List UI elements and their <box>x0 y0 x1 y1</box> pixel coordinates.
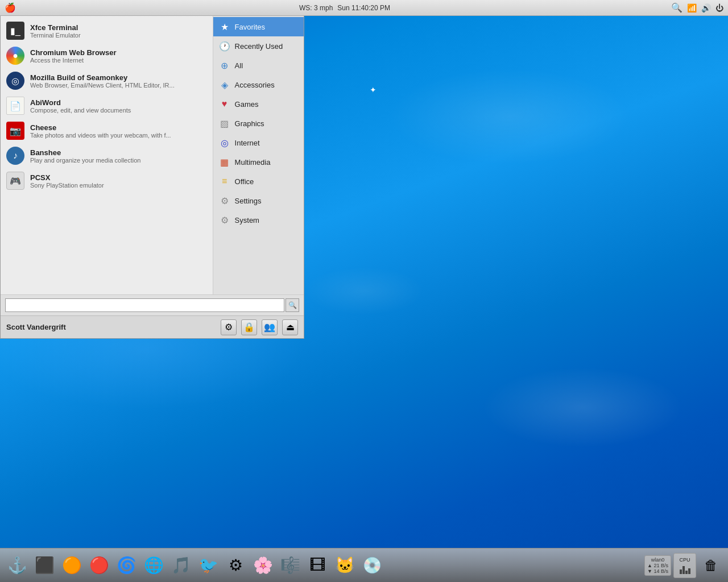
flower-app[interactable]: 🌸 <box>250 553 275 578</box>
taskbar-right: wlan0 ▲ 21 B/s ▼ 14 B/s CPU 🗑 <box>644 553 723 578</box>
menubar-right: 🔍 📶 🔊 ⏻ <box>671 2 728 13</box>
category-item-all[interactable]: ⊕ All <box>213 56 304 75</box>
app-icon-cheese: 📷 <box>6 122 24 140</box>
app-name: Banshee <box>30 148 207 157</box>
category-item-recently-used[interactable]: 🕐 Recently Used <box>213 36 304 56</box>
bird-app[interactable]: 🐦 <box>196 553 221 578</box>
app-icon-seamonkey: ◎ <box>6 72 24 90</box>
category-item-games[interactable]: ♥ Games <box>213 94 304 114</box>
weather-display: WS: 3 mph <box>299 4 333 12</box>
category-item-accessories[interactable]: ◈ Accessories <box>213 75 304 94</box>
app-icon-pcsx: 🎮 <box>6 172 24 190</box>
category-item-favorites[interactable]: ★ Favorites <box>213 17 304 36</box>
search-input[interactable] <box>5 298 284 312</box>
category-icon: ▨ <box>219 118 230 129</box>
datetime-display: Sun 11:40:20 PM <box>337 4 390 12</box>
category-label: All <box>235 61 243 70</box>
category-label: Recently Used <box>235 42 283 51</box>
category-label: Games <box>235 100 259 109</box>
app-icon-terminal: ▮_ <box>6 22 24 40</box>
menubar-center: WS: 3 mph Sun 11:40:20 PM <box>18 4 671 12</box>
screensaver-app[interactable]: 🎞 <box>305 553 330 578</box>
category-label: Internet <box>235 139 260 147</box>
trash-icon[interactable]: 🗑 <box>698 553 723 578</box>
category-item-settings[interactable]: ⚙ Settings <box>213 191 304 210</box>
app-icon-banshee: ♪ <box>6 147 24 165</box>
category-label: Accessories <box>235 81 275 89</box>
category-item-system[interactable]: ⚙ System <box>213 210 304 230</box>
search-button[interactable]: 🔍 <box>286 298 299 312</box>
network-speed-monitor: wlan0 ▲ 21 B/s ▼ 14 B/s <box>644 555 671 576</box>
apps-app[interactable]: 🔴 <box>86 553 111 578</box>
categories-panel: ★ Favorites 🕐 Recently Used ⊕ All ◈ Acce… <box>213 16 304 294</box>
category-icon: ≡ <box>219 176 230 187</box>
app-desc: Play and organize your media collection <box>30 157 207 164</box>
category-icon: ♥ <box>219 98 230 110</box>
user-actions: ⚙ 🔒 👥 ⏏ <box>221 319 298 335</box>
category-icon: ◈ <box>219 79 230 90</box>
app-item-pcsx[interactable]: 🎮 PCSX Sony PlayStation emulator <box>1 168 213 193</box>
user-bar: Scott Vandergrift ⚙ 🔒 👥 ⏏ <box>1 315 304 338</box>
category-icon: 🕐 <box>219 40 230 52</box>
network-app[interactable]: 🌐 <box>141 553 166 578</box>
category-label: Office <box>235 177 254 186</box>
music-app[interactable]: 🎵 <box>168 553 193 578</box>
user-settings-button[interactable]: ⚙ <box>221 319 237 335</box>
category-icon: ⚙ <box>219 195 230 206</box>
finder-app[interactable]: 🟠 <box>59 553 84 578</box>
anchor-app[interactable]: ⚓ <box>5 553 30 578</box>
app-item-banshee[interactable]: ♪ Banshee Play and organize your media c… <box>1 143 213 168</box>
app-name: Cheese <box>30 123 207 132</box>
app-name: Mozilla Build of Seamonkey <box>30 73 207 82</box>
app-item-seamonkey[interactable]: ◎ Mozilla Build of Seamonkey Web Browser… <box>1 68 213 93</box>
app-desc: Take photos and videos with your webcam,… <box>30 132 207 139</box>
app-desc: Sony PlayStation emulator <box>30 182 207 189</box>
app-item-chromium[interactable]: ● Chromium Web Browser Access the Intern… <box>1 43 213 68</box>
search-icon[interactable]: 🔍 <box>671 2 682 13</box>
category-label: System <box>235 216 259 225</box>
app-desc: Access the Internet <box>30 57 207 64</box>
menu-content: ▮_ Xfce Terminal Terminal Emulator ● Chr… <box>1 16 304 294</box>
cat-app[interactable]: 🐱 <box>332 553 357 578</box>
app-icon-chromium: ● <box>6 47 24 65</box>
user-name: Scott Vandergrift <box>6 323 221 331</box>
cpu-monitor: CPU <box>673 553 696 578</box>
user-switch-button[interactable]: 👥 <box>262 319 278 335</box>
power-icon[interactable]: ⏻ <box>715 3 723 13</box>
category-icon: ★ <box>219 21 230 32</box>
sparkle-decoration: ✦ <box>370 85 377 94</box>
app-name: PCSX <box>30 173 207 182</box>
settings-app[interactable]: ⚙ <box>223 553 248 578</box>
app-desc: Web Browser, Email/News Client, HTML Edi… <box>30 82 207 89</box>
category-item-multimedia[interactable]: ▦ Multimedia <box>213 152 304 172</box>
app-name: Xfce Terminal <box>30 23 207 32</box>
taskbar-items: ⚓⬛🟠🔴🌀🌐🎵🐦⚙🌸🎼🎞🐱💿 <box>5 553 384 578</box>
category-icon: ◎ <box>219 137 230 148</box>
category-item-graphics[interactable]: ▨ Graphics <box>213 114 304 133</box>
category-label: Graphics <box>235 119 264 128</box>
app-item-cheese[interactable]: 📷 Cheese Take photos and videos with you… <box>1 118 213 143</box>
apple-menu-button[interactable]: 🍎 <box>5 2 16 14</box>
lingot-app[interactable]: 🎼 <box>278 553 303 578</box>
category-item-internet[interactable]: ◎ Internet <box>213 133 304 152</box>
menubar-left: 🍎 <box>0 2 18 14</box>
app-item-abiword[interactable]: 📄 AbiWord Compose, edit, and view docume… <box>1 93 213 118</box>
app-item-terminal[interactable]: ▮_ Xfce Terminal Terminal Emulator <box>1 18 213 43</box>
network-icon: 📶 <box>687 3 697 13</box>
app-menu: ▮_ Xfce Terminal Terminal Emulator ● Chr… <box>0 16 304 339</box>
category-icon: ⊕ <box>219 60 230 71</box>
category-item-office[interactable]: ≡ Office <box>213 172 304 191</box>
app-name: Chromium Web Browser <box>30 48 207 57</box>
category-label: Settings <box>235 197 262 205</box>
audio-icon: 🔊 <box>701 3 711 13</box>
search-bar: 🔍 <box>1 294 304 315</box>
app-icon-abiword: 📄 <box>6 97 24 115</box>
taskbar: ⚓⬛🟠🔴🌀🌐🎵🐦⚙🌸🎼🎞🐱💿 wlan0 ▲ 21 B/s ▼ 14 B/s C… <box>0 548 728 582</box>
user-lock-button[interactable]: 🔒 <box>241 319 257 335</box>
disk-app[interactable]: 💿 <box>359 553 384 578</box>
terminal-app[interactable]: ⬛ <box>32 553 57 578</box>
category-icon: ▦ <box>219 156 230 168</box>
category-label: Favorites <box>235 23 265 31</box>
user-logout-button[interactable]: ⏏ <box>282 319 298 335</box>
seamonkey-app[interactable]: 🌀 <box>114 553 139 578</box>
